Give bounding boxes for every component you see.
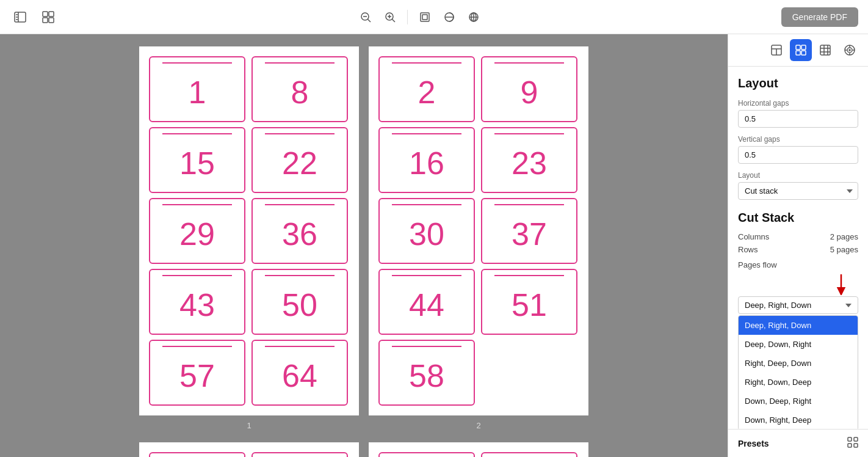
page-1: 1 8 15 22 29 36 43 50 57 64 xyxy=(139,46,359,415)
card-3: 3 xyxy=(149,452,245,457)
cut-stack-columns-row: Columns 2 pages xyxy=(738,232,858,241)
page-4-grid: 4 11 xyxy=(378,452,579,457)
cut-stack-columns-label: Columns xyxy=(738,232,769,241)
toolbar-left xyxy=(10,7,59,27)
page-3-wrapper: 3 10 xyxy=(139,442,359,457)
svg-rect-29 xyxy=(796,51,800,55)
card-8: 8 xyxy=(251,56,348,122)
flow-option-deep-down-right[interactable]: Deep, Down, Right xyxy=(739,335,858,354)
page-4-wrapper: 4 11 xyxy=(369,442,588,457)
panel-toggle-button[interactable] xyxy=(10,7,31,27)
canvas-area: 1 8 15 22 29 36 43 50 57 64 1 xyxy=(0,34,728,457)
card-37: 37 xyxy=(481,198,577,264)
toolbar-divider xyxy=(407,10,408,24)
flow-option-right-deep-down[interactable]: Right, Deep, Down xyxy=(739,354,858,373)
pages-row-1: 1 8 15 22 29 36 43 50 57 64 1 xyxy=(139,46,588,433)
flow-option-right-down-deep[interactable]: Right, Down, Deep xyxy=(739,373,858,392)
card-15: 15 xyxy=(149,127,245,193)
card-22: 22 xyxy=(251,127,348,193)
svg-rect-6 xyxy=(49,12,54,16)
page-3-grid: 3 10 xyxy=(149,452,349,457)
card-50: 50 xyxy=(251,269,348,335)
svg-line-11 xyxy=(368,19,371,22)
page-2-label: 2 xyxy=(476,421,480,430)
flow-option-down-right-deep[interactable]: Down, Right, Deep xyxy=(739,411,858,429)
svg-rect-17 xyxy=(422,15,427,20)
card-2: 2 xyxy=(378,56,475,122)
pages-flow-dropdown-list: Deep, Right, Down Deep, Down, Right Righ… xyxy=(738,315,858,429)
cut-stack-columns-value: 2 pages xyxy=(830,232,858,241)
card-51: 51 xyxy=(481,269,577,335)
presets-section: Presets xyxy=(728,429,868,457)
cut-stack-rows-label: Rows xyxy=(738,245,758,254)
svg-rect-8 xyxy=(49,18,54,23)
card-29: 29 xyxy=(149,198,245,264)
svg-rect-46 xyxy=(848,444,852,447)
fit-all-button[interactable] xyxy=(464,7,483,27)
sidebar-content: Layout Horizontal gaps Vertical gaps Lay… xyxy=(728,67,868,429)
horizontal-gaps-label: Horizontal gaps xyxy=(738,99,858,108)
red-arrow-container xyxy=(738,273,858,295)
svg-rect-31 xyxy=(820,45,830,55)
zoom-in-button[interactable] xyxy=(380,7,400,27)
card-57: 57 xyxy=(149,340,245,406)
grid-view-button[interactable] xyxy=(38,7,59,27)
card-1: 1 xyxy=(149,56,245,122)
layout-section-title: Layout xyxy=(738,76,858,90)
vertical-gaps-label: Vertical gaps xyxy=(738,135,858,144)
sidebar: Layout Horizontal gaps Vertical gaps Lay… xyxy=(728,34,868,457)
main-area: 1 8 15 22 29 36 43 50 57 64 1 xyxy=(0,34,868,457)
page-3: 3 10 xyxy=(139,442,359,457)
pages-flow-current-value: Deep, Right, Down xyxy=(745,301,811,310)
page-4: 4 11 xyxy=(369,442,588,457)
page-2-wrapper: 2 9 16 23 30 37 44 51 58 2 xyxy=(369,46,588,415)
card-23: 23 xyxy=(481,127,577,193)
svg-point-38 xyxy=(849,49,850,51)
red-arrow-icon xyxy=(833,273,850,295)
page-2: 2 9 16 23 30 37 44 51 58 xyxy=(369,46,588,415)
presets-label: Presets xyxy=(738,439,769,448)
flow-option-down-deep-right[interactable]: Down, Deep, Right xyxy=(739,392,858,411)
cut-stack-rows-row: Rows 5 pages xyxy=(738,245,858,254)
flow-option-deep-right-down[interactable]: Deep, Right, Down xyxy=(739,316,858,335)
presets-grid-button[interactable] xyxy=(847,437,858,450)
fit-width-button[interactable] xyxy=(439,7,459,27)
sidebar-target-icon-btn[interactable] xyxy=(839,39,861,61)
sidebar-grid-icon-btn[interactable] xyxy=(790,39,812,61)
pages-flow-label: Pages flow xyxy=(738,260,858,269)
card-30: 30 xyxy=(378,198,475,264)
pages-row-2: 3 10 4 11 xyxy=(139,442,588,457)
svg-rect-44 xyxy=(848,437,852,441)
svg-rect-47 xyxy=(854,444,858,447)
layout-label: Layout xyxy=(738,171,858,180)
horizontal-gaps-input[interactable] xyxy=(738,110,858,128)
sidebar-layout-icon-btn[interactable] xyxy=(765,39,787,61)
svg-rect-7 xyxy=(43,18,48,23)
vertical-gaps-input[interactable] xyxy=(738,146,858,164)
svg-rect-30 xyxy=(801,51,806,55)
sidebar-table-icon-btn[interactable] xyxy=(814,39,836,61)
card-4: 4 xyxy=(378,452,475,457)
generate-pdf-button[interactable]: Generate PDF xyxy=(781,7,858,27)
toolbar-center xyxy=(356,7,483,27)
svg-rect-16 xyxy=(421,13,429,21)
page-1-wrapper: 1 8 15 22 29 36 43 50 57 64 1 xyxy=(139,46,359,415)
chevron-down-icon xyxy=(845,304,852,307)
toolbar: Generate PDF xyxy=(0,0,868,34)
page-1-grid: 1 8 15 22 29 36 43 50 57 64 xyxy=(149,56,349,406)
page-1-label: 1 xyxy=(247,421,251,430)
cut-stack-rows-value: 5 pages xyxy=(830,245,858,254)
card-44: 44 xyxy=(378,269,475,335)
toolbar-right: Generate PDF xyxy=(781,7,858,27)
fit-page-button[interactable] xyxy=(415,7,435,27)
svg-rect-27 xyxy=(796,45,800,49)
zoom-out-button[interactable] xyxy=(356,7,375,27)
cut-stack-title: Cut Stack xyxy=(738,211,858,225)
card-43: 43 xyxy=(149,269,245,335)
card-16: 16 xyxy=(378,127,475,193)
page-2-grid: 2 9 16 23 30 37 44 51 58 xyxy=(378,56,579,406)
layout-select[interactable]: Cut stack xyxy=(738,182,858,200)
svg-rect-5 xyxy=(43,12,48,16)
pages-flow-dropdown[interactable]: Deep, Right, Down xyxy=(738,296,858,314)
svg-rect-28 xyxy=(801,45,806,49)
